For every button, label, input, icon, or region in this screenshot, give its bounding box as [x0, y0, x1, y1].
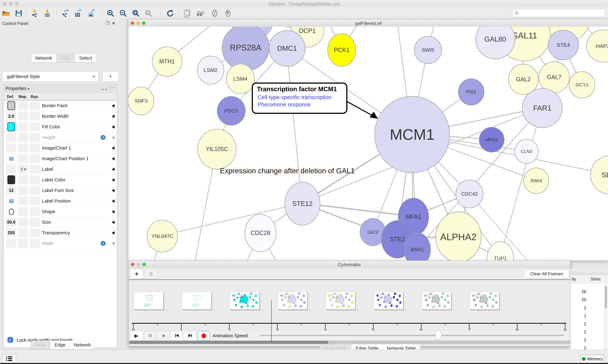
network-node-cln3[interactable]: CLN3 — [515, 139, 539, 164]
mapping-value-cell[interactable] — [18, 176, 28, 184]
timeline-scrollbar[interactable] — [129, 340, 570, 344]
property-row-image-chart-position-1[interactable]: Image/Chart Position 1 — [4, 153, 117, 164]
expand-property-icon[interactable] — [112, 178, 114, 182]
expand-property-icon[interactable] — [112, 199, 114, 203]
network-node-ste12[interactable]: STE12 — [285, 182, 320, 225]
bypass-value-cell[interactable] — [30, 229, 40, 237]
annotation-box[interactable]: Transcription factor MCM1 Cell-type-spec… — [252, 83, 347, 114]
zoom-fit-icon[interactable] — [132, 9, 140, 17]
default-value-cell[interactable] — [6, 123, 16, 131]
float-panel-icon[interactable]: ❐ — [106, 21, 112, 26]
network-node-mfa2[interactable]: MFA2 — [479, 127, 504, 152]
timeline-playhead[interactable] — [271, 300, 272, 341]
annotation-link-2[interactable]: Pheromone response — [258, 101, 311, 108]
table-cell-value[interactable]: 2 — [570, 338, 586, 343]
mapping-value-cell[interactable] — [18, 144, 28, 152]
bypass-value-cell[interactable] — [30, 123, 40, 131]
table-scrollbar[interactable] — [604, 285, 607, 357]
bypass-value-cell[interactable] — [30, 101, 40, 110]
find-network-icon[interactable] — [196, 9, 204, 17]
expand-property-icon[interactable] — [112, 157, 114, 160]
network-snapshot-icon[interactable] — [183, 9, 192, 17]
network-node-lsm4[interactable]: LSM4 — [226, 64, 255, 94]
clear-all-frames-button[interactable]: Clear All Frames — [525, 270, 568, 278]
timeline-scrollbar-thumb[interactable] — [129, 341, 328, 344]
network-node-mth1[interactable]: MTH1 — [152, 47, 182, 77]
mapping-value-cell[interactable] — [18, 186, 28, 195]
annotation-link-1[interactable]: Cell-type-specific transcription — [258, 94, 332, 100]
expand-all-icon[interactable]: ⌄⌄ — [101, 86, 108, 91]
table-cell-value[interactable]: 2 — [570, 330, 586, 335]
network-node-ste4[interactable]: STE4 — [548, 30, 579, 60]
tab-network[interactable]: Network — [31, 54, 56, 62]
network-node-cdc28[interactable]: CDC28 — [245, 214, 276, 252]
default-value-cell[interactable]: 2.0 — [6, 112, 16, 120]
expand-property-icon[interactable] — [112, 115, 114, 118]
tab-network-bottom[interactable]: Network — [70, 341, 95, 349]
expand-property-icon[interactable] — [112, 136, 114, 139]
style-options-button[interactable]: ▾ — [102, 71, 119, 82]
animation-speed-slider-thumb[interactable] — [435, 331, 442, 339]
network-node-pis1[interactable]: PIS1 — [458, 78, 484, 105]
lock-size-checkbox[interactable]: ✓ — [7, 337, 13, 343]
property-row-border-paint[interactable]: Border Paint — [4, 100, 117, 111]
import-network-icon[interactable] — [31, 9, 39, 17]
mapping-value-cell[interactable] — [18, 197, 28, 205]
default-value-cell[interactable]: 255 — [6, 229, 16, 237]
bypass-value-cell[interactable] — [30, 239, 40, 248]
delete-frame-button[interactable] — [145, 269, 157, 278]
bypass-value-cell[interactable] — [30, 218, 40, 226]
default-value-cell[interactable] — [6, 144, 16, 152]
stop-button[interactable]: ■ — [158, 331, 170, 340]
open-session-icon[interactable] — [2, 9, 10, 17]
mapping-value-cell[interactable] — [18, 123, 28, 131]
info-icon[interactable]: i — [100, 241, 106, 246]
tab-node[interactable]: Node — [31, 341, 51, 349]
style-selector-dropdown[interactable]: galFiltered Style ▾ — [2, 71, 98, 82]
export-image-icon[interactable] — [87, 9, 95, 17]
frame-thumbnail-0[interactable] — [134, 292, 164, 310]
network-node-dmc1[interactable]: DMC1 — [269, 30, 305, 67]
refresh-icon[interactable] — [166, 9, 174, 17]
default-value-cell[interactable]: 50.0 — [6, 218, 16, 226]
bypass-value-cell[interactable] — [30, 165, 40, 173]
table-scrollbar-thumb[interactable] — [605, 286, 607, 308]
pause-button[interactable] — [144, 331, 156, 340]
expand-property-icon[interactable] — [112, 221, 114, 224]
table-cell-value[interactable]: 25 — [570, 298, 586, 302]
table-cell-value[interactable]: 1 — [570, 313, 586, 318]
tab-edge[interactable]: Edge — [51, 341, 70, 349]
network-node-alpha2[interactable]: ALPHA2 — [435, 212, 482, 260]
bypass-value-cell[interactable] — [30, 154, 40, 163]
expand-property-icon[interactable] — [112, 125, 114, 129]
info-icon[interactable]: i — [100, 135, 106, 140]
network-node-snf3[interactable]: SNF3 — [129, 87, 154, 115]
mapping-value-cell[interactable] — [18, 133, 28, 142]
mapping-value-cell[interactable] — [18, 239, 28, 248]
tab-style[interactable]: Style — [56, 54, 75, 62]
property-row-height[interactable]: Heighti — [4, 132, 117, 143]
mapping-value-cell[interactable]: ⋮> — [18, 165, 28, 173]
property-row-border-width[interactable]: 2.0Border Width — [4, 111, 117, 122]
frame-thumbnail-2[interactable] — [230, 292, 260, 310]
record-button[interactable] — [197, 331, 210, 341]
bypass-value-cell[interactable] — [30, 197, 40, 205]
property-row-fill-color[interactable]: Fill Color — [4, 122, 117, 132]
property-row-size[interactable]: 50.0Size — [4, 217, 117, 228]
mapping-value-cell[interactable] — [18, 154, 28, 163]
property-row-label[interactable]: ⋮>Label — [4, 164, 117, 175]
expand-property-icon[interactable] — [112, 189, 114, 192]
mapping-value-cell[interactable] — [18, 229, 28, 237]
frame-thumbnail-1[interactable] — [182, 292, 211, 310]
network-node-pdc5[interactable]: PDC5 — [217, 96, 246, 126]
default-value-cell[interactable] — [6, 154, 17, 163]
mapping-value-cell[interactable] — [18, 101, 28, 110]
zoom-in-icon[interactable] — [106, 9, 115, 17]
property-row-transparency[interactable]: 255Transparency — [4, 228, 117, 238]
play-button[interactable]: ▶ — [130, 331, 142, 340]
table-cell-value[interactable]: 2 — [570, 322, 586, 326]
memory-button[interactable]: Memory — [580, 355, 604, 363]
table-cell-value[interactable]: 26 — [570, 289, 586, 294]
expand-property-icon[interactable] — [112, 231, 114, 235]
network-node-pck1[interactable]: PCK1 — [327, 33, 356, 67]
